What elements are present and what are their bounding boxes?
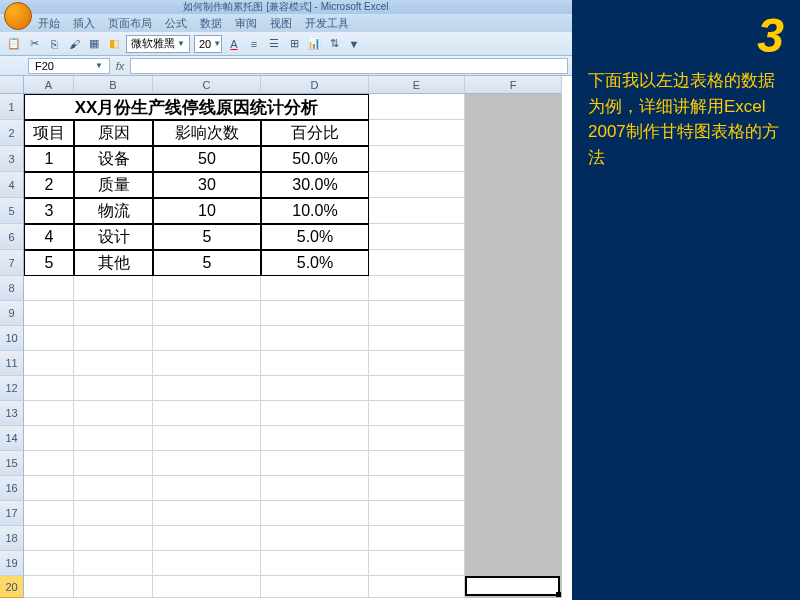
row-header-13[interactable]: 13 <box>0 401 24 426</box>
col-header-E[interactable]: E <box>369 76 465 94</box>
data-cell[interactable]: 质量 <box>74 172 153 198</box>
data-cell[interactable]: 5.0% <box>261 250 369 276</box>
fill-icon[interactable]: ◧ <box>106 36 122 52</box>
font-size-box[interactable]: 20▼ <box>194 35 222 53</box>
data-cell[interactable]: 30.0% <box>261 172 369 198</box>
row-header-11[interactable]: 11 <box>0 351 24 376</box>
fx-icon[interactable]: fx <box>110 60 130 72</box>
row-header-19[interactable]: 19 <box>0 551 24 576</box>
tab-view[interactable]: 视图 <box>270 16 292 31</box>
col-header-D[interactable]: D <box>261 76 369 94</box>
data-cell[interactable]: 设备 <box>74 146 153 172</box>
row-header-6[interactable]: 6 <box>0 224 24 250</box>
slide-panel: 3 下面我以左边表格的数据为例，详细讲解用Excel 2007制作甘特图表格的方… <box>572 0 800 600</box>
col-header-A[interactable]: A <box>24 76 74 94</box>
tab-formulas[interactable]: 公式 <box>165 16 187 31</box>
cut-icon[interactable]: ✂ <box>26 36 42 52</box>
data-cell[interactable]: 5 <box>153 250 261 276</box>
col-header-F[interactable]: F <box>465 76 562 94</box>
data-cell[interactable]: 2 <box>24 172 74 198</box>
row-header-1[interactable]: 1 <box>0 94 24 120</box>
row-header-14[interactable]: 14 <box>0 426 24 451</box>
data-cell[interactable]: 10 <box>153 198 261 224</box>
col-header-C[interactable]: C <box>153 76 261 94</box>
align-left-icon[interactable]: ≡ <box>246 36 262 52</box>
row-header-16[interactable]: 16 <box>0 476 24 501</box>
header-cell[interactable]: 原因 <box>74 120 153 146</box>
data-cell[interactable]: 物流 <box>74 198 153 224</box>
copy-icon[interactable]: ⎘ <box>46 36 62 52</box>
header-cell[interactable]: 百分比 <box>261 120 369 146</box>
data-cell[interactable]: 5.0% <box>261 224 369 250</box>
slide-text: 下面我以左边表格的数据为例，详细讲解用Excel 2007制作甘特图表格的方法 <box>588 68 784 170</box>
row-header-10[interactable]: 10 <box>0 326 24 351</box>
tab-insert[interactable]: 插入 <box>73 16 95 31</box>
slide-number: 3 <box>588 12 784 60</box>
toolbar: 📋 ✂ ⎘ 🖌 ▦ ◧ 微软雅黑▼ 20▼ A ≡ ☰ ⊞ 📊 ⇅ ▼ <box>0 32 572 56</box>
row-header-17[interactable]: 17 <box>0 501 24 526</box>
paste-icon[interactable]: 📋 <box>6 36 22 52</box>
tab-layout[interactable]: 页面布局 <box>108 16 152 31</box>
row-headers: 1234567891011121314151617181920 <box>0 94 24 598</box>
filter-icon[interactable]: ▼ <box>346 36 362 52</box>
data-cell[interactable]: 3 <box>24 198 74 224</box>
data-cell[interactable]: 50.0% <box>261 146 369 172</box>
sort-icon[interactable]: ⇅ <box>326 36 342 52</box>
col-header-B[interactable]: B <box>74 76 153 94</box>
row-header-2[interactable]: 2 <box>0 120 24 146</box>
row-header-18[interactable]: 18 <box>0 526 24 551</box>
data-cell[interactable]: 其他 <box>74 250 153 276</box>
row-header-8[interactable]: 8 <box>0 276 24 301</box>
office-button[interactable] <box>4 2 32 30</box>
header-cell[interactable]: 项目 <box>24 120 74 146</box>
tab-dev[interactable]: 开发工具 <box>305 16 349 31</box>
row-header-20[interactable]: 20 <box>0 576 24 598</box>
row-header-4[interactable]: 4 <box>0 172 24 198</box>
data-cell[interactable]: 10.0% <box>261 198 369 224</box>
row-header-9[interactable]: 9 <box>0 301 24 326</box>
chart-icon[interactable]: 📊 <box>306 36 322 52</box>
data-cell[interactable]: 设计 <box>74 224 153 250</box>
data-cell[interactable]: 50 <box>153 146 261 172</box>
selected-cell[interactable] <box>465 576 560 596</box>
excel-window: 如何制作帕累托图 [兼容模式] - Microsoft Excel 开始 插入 … <box>0 0 572 600</box>
ribbon-tabs: 开始 插入 页面布局 公式 数据 审阅 视图 开发工具 <box>0 14 572 32</box>
row-header-15[interactable]: 15 <box>0 451 24 476</box>
table-title[interactable]: XX月份生产线停线原因统计分析 <box>24 94 369 120</box>
name-box[interactable]: F20▼ <box>28 58 110 74</box>
row-header-7[interactable]: 7 <box>0 250 24 276</box>
tab-review[interactable]: 审阅 <box>235 16 257 31</box>
sheet-area: ABCDEF 1234567891011121314151617181920 X… <box>0 76 572 600</box>
data-cell[interactable]: 5 <box>24 250 74 276</box>
data-cell[interactable]: 4 <box>24 224 74 250</box>
tab-home[interactable]: 开始 <box>38 16 60 31</box>
select-all-corner[interactable] <box>0 76 24 94</box>
row-header-12[interactable]: 12 <box>0 376 24 401</box>
border-icon[interactable]: ▦ <box>86 36 102 52</box>
align-center-icon[interactable]: ☰ <box>266 36 282 52</box>
data-cell[interactable]: 5 <box>153 224 261 250</box>
formula-bar[interactable] <box>130 58 568 74</box>
merge-icon[interactable]: ⊞ <box>286 36 302 52</box>
title-bar: 如何制作帕累托图 [兼容模式] - Microsoft Excel <box>0 0 572 14</box>
format-painter-icon[interactable]: 🖌 <box>66 36 82 52</box>
row-header-5[interactable]: 5 <box>0 198 24 224</box>
data-cell[interactable]: 30 <box>153 172 261 198</box>
formula-bar-row: F20▼ fx <box>0 56 572 76</box>
column-headers: ABCDEF <box>24 76 562 94</box>
data-cell[interactable]: 1 <box>24 146 74 172</box>
font-name-box[interactable]: 微软雅黑▼ <box>126 35 190 53</box>
header-cell[interactable]: 影响次数 <box>153 120 261 146</box>
tab-data[interactable]: 数据 <box>200 16 222 31</box>
font-color-icon[interactable]: A <box>226 36 242 52</box>
row-header-3[interactable]: 3 <box>0 146 24 172</box>
